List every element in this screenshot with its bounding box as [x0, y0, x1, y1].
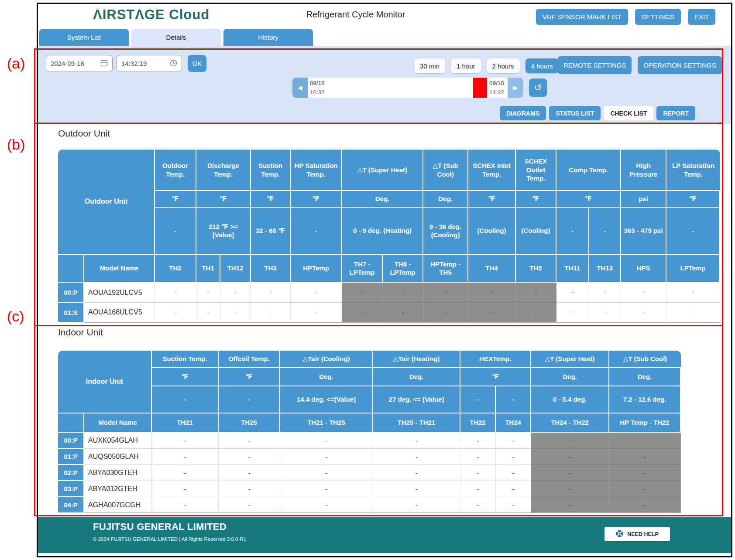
sensor-header-th22: TH22: [460, 413, 496, 433]
annotation-label-b: (b): [7, 136, 25, 153]
model-cell: AGHA007GCGH: [84, 497, 152, 513]
timeline-handle[interactable]: [473, 78, 487, 98]
value-cell: -: [496, 497, 531, 513]
value-cell: -: [496, 433, 531, 449]
range-cell: 0 - 9 deg. (Heating): [342, 208, 423, 255]
value-cell: -: [666, 283, 720, 303]
refresh-button[interactable]: ↺: [529, 79, 547, 97]
screenshot-canvas: ΛIRSTΛGE Cloud Refrigerant Cycle Monitor…: [0, 0, 735, 560]
unit-cell: ℉: [468, 191, 516, 208]
model-cell: AOUA168ULCV5: [84, 303, 155, 323]
exit-button[interactable]: EXIT: [688, 9, 715, 25]
range-cell: -: [556, 208, 589, 255]
airstage-cloud-logo: ΛIRSTΛGE Cloud: [93, 7, 210, 23]
value-cell: -: [196, 303, 220, 323]
column-group-t-sub-cool: △T (Sub Cool): [423, 150, 468, 191]
model-name-header: Model Name: [84, 255, 155, 283]
value-cell: -: [609, 465, 681, 481]
sensor-header-th24-th22: TH24 - TH22: [531, 413, 609, 433]
value-cell: -: [460, 449, 496, 465]
outdoor-unit-table: Outdoor UnitOutdoor Temp.Discharge Temp.…: [58, 150, 720, 323]
time-input[interactable]: 14:32:19: [117, 55, 182, 72]
value-cell: -: [219, 481, 280, 497]
value-cell: -: [155, 303, 196, 323]
range-30-min-button[interactable]: 30 min: [414, 58, 445, 73]
date-input[interactable]: 2024-09-18: [46, 55, 113, 72]
column-group-hextemp: HEXTemp.: [460, 351, 531, 368]
indoor-unit-table: Indoor UnitSuction Temp.Offcoil Temp.△Ta…: [58, 351, 681, 513]
value-cell: -: [556, 283, 589, 303]
column-group-t-super-heat: △T (Super Heat): [531, 351, 609, 368]
unit-cell: ℉: [219, 368, 280, 386]
subtab-report[interactable]: REPORT: [656, 106, 695, 120]
sensor-header-th7-lptemp: TH7 - LPTemp: [342, 255, 383, 283]
value-cell: -: [280, 433, 373, 449]
range-cell: -: [589, 208, 621, 255]
row-id-cell: 01:P: [58, 449, 84, 465]
sensor-header-th5: TH5: [516, 255, 556, 283]
value-cell: -: [342, 283, 383, 303]
need-help-button[interactable]: NEED HELP: [604, 527, 670, 541]
value-cell: -: [460, 481, 496, 497]
value-cell: -: [152, 481, 219, 497]
value-cell: -: [383, 303, 423, 323]
row-id-cell: 03:P: [58, 481, 84, 497]
settings-button[interactable]: SETTINGS: [635, 9, 681, 25]
tab-history[interactable]: History: [223, 29, 313, 46]
range-cell: 14.4 deg. <=[Value]: [280, 386, 373, 413]
vrf-sensor-mark-list-button[interactable]: VRF SENSOR MARK LIST: [536, 9, 628, 25]
value-cell: -: [280, 465, 373, 481]
ok-button[interactable]: OK: [188, 55, 206, 72]
value-cell: -: [496, 481, 531, 497]
range-cell: 363 - 479 psi: [621, 208, 666, 255]
model-cell: AOUA192ULCV5: [84, 283, 155, 303]
remote-settings-button[interactable]: REMOTE SETTINGS: [558, 56, 632, 74]
footer-bar: FUJITSU GENERAL LIMITED © 2024 FUJITSU G…: [38, 517, 731, 553]
value-cell: -: [531, 465, 609, 481]
sensor-header-th8-lptemp: TH8 - LPTemp: [383, 255, 423, 283]
table-corner-label: Indoor Unit: [58, 351, 152, 413]
value-cell: -: [621, 303, 666, 323]
timeline-back-button[interactable]: ◀: [292, 78, 308, 98]
sensor-header-th21-th25: TH21 - TH25: [280, 413, 373, 433]
range-cell: -: [496, 386, 531, 413]
value-cell: -: [516, 283, 556, 303]
value-cell: -: [609, 449, 681, 465]
annotation-label-c: (c): [7, 308, 24, 325]
value-cell: -: [373, 433, 460, 449]
sensor-header-th13: TH13: [589, 255, 621, 283]
column-group-t-sub-cool: △T (Sub Cool): [609, 351, 681, 368]
sensor-header-th4: TH4: [468, 255, 516, 283]
tab-details[interactable]: Details: [131, 29, 221, 46]
subtab-check-list[interactable]: CHECK LIST: [604, 106, 653, 120]
operation-settings-button[interactable]: OPERATION SETTINGS: [638, 56, 721, 74]
range-2-hours-button[interactable]: 2 hours: [487, 58, 520, 73]
tab-system-list[interactable]: System List: [39, 29, 129, 46]
value-cell: -: [468, 283, 516, 303]
value-cell: -: [423, 283, 468, 303]
value-cell: -: [342, 303, 383, 323]
range-cell: -: [152, 386, 219, 413]
value-cell: -: [373, 465, 460, 481]
sensor-header-th3: TH3: [251, 255, 291, 283]
unit-cell: ℉: [460, 368, 531, 386]
subtab-diagrams[interactable]: DIAGRAMS: [500, 106, 546, 120]
range-1-hour-button[interactable]: 1 hour: [451, 58, 481, 73]
clock-icon[interactable]: [170, 59, 177, 68]
value-cell: -: [666, 303, 720, 323]
column-group-tair-cooling: △Tair (Cooling): [280, 351, 373, 368]
timeline-forward-button[interactable]: ▶: [508, 78, 523, 98]
range-cell: 212 ℉ >= [Value]: [196, 208, 251, 255]
range-cell: 27 deg. <= [Value]: [373, 386, 460, 413]
header-buttons: VRF SENSOR MARK LISTSETTINGSEXIT: [536, 9, 715, 25]
value-cell: -: [460, 497, 496, 513]
column-group-offcoil-temp: Offcoil Temp.: [219, 351, 280, 368]
value-cell: -: [531, 497, 609, 513]
unit-cell: ℉: [155, 191, 196, 208]
row-id-header: [58, 255, 84, 283]
range-4-hours-button[interactable]: 4 hours: [525, 58, 559, 73]
value-cell: -: [291, 303, 342, 323]
value-cell: -: [589, 303, 621, 323]
calendar-icon[interactable]: [100, 59, 108, 68]
subtab-status-list[interactable]: STATUS LIST: [549, 106, 601, 120]
